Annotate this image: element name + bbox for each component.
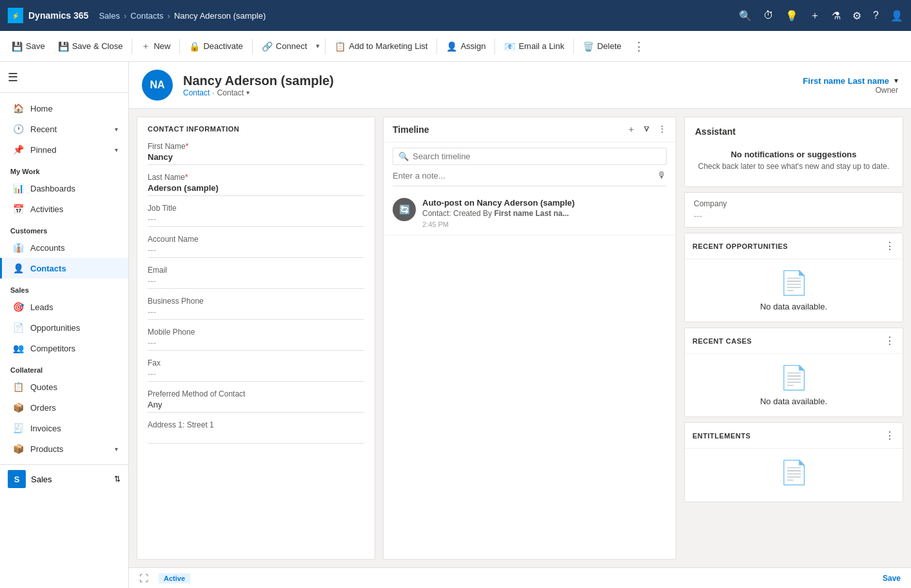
home-icon: 🏠 xyxy=(12,103,24,113)
sidebar-item-quotes[interactable]: 📋 Quotes xyxy=(0,377,128,397)
recent-opportunities-more-icon[interactable]: ⋮ xyxy=(885,240,895,252)
statusbar-save-button[interactable]: Save xyxy=(883,574,901,583)
sidebar-item-invoices[interactable]: 🧾 Invoices xyxy=(0,418,128,438)
breadcrumb-sales[interactable]: Sales xyxy=(99,11,120,21)
breadcrumb-contacts[interactable]: Contacts xyxy=(130,11,163,21)
add-icon[interactable]: ＋ xyxy=(810,9,820,23)
sidebar-item-home[interactable]: 🏠 Home xyxy=(0,98,128,119)
content-area: NA Nancy Aderson (sample) Contact · Cont… xyxy=(129,62,911,588)
timeline-filter-icon[interactable]: ⛛ xyxy=(642,124,651,135)
more-commands-button[interactable]: ⋮ xyxy=(631,35,647,57)
sidebar-bottom-item[interactable]: S Sales ⇅ xyxy=(0,464,128,493)
save-close-button[interactable]: 💾 Save & Close xyxy=(52,37,130,55)
sidebar-item-leads[interactable]: 🎯 Leads xyxy=(0,297,128,317)
sidebar: ☰ 🏠 Home 🕐 Recent ▾ 📌 Pinned ▾ My Work 📊… xyxy=(0,62,129,588)
mobilephone-value[interactable]: --- xyxy=(148,338,364,351)
field-preferred-contact: Preferred Method of Contact Any xyxy=(137,386,375,416)
no-data-icon-entitlements: 📄 xyxy=(695,459,892,486)
leads-icon: 🎯 xyxy=(12,302,24,312)
timeline-search-input[interactable] xyxy=(413,152,661,161)
email-value[interactable]: --- xyxy=(148,276,364,289)
sales-area-label: Sales xyxy=(31,475,52,484)
new-button[interactable]: ＋ New xyxy=(135,37,177,56)
contacts-icon: 👤 xyxy=(12,263,24,273)
invoices-icon: 🧾 xyxy=(12,423,24,433)
hamburger-icon[interactable]: ☰ xyxy=(8,70,18,84)
firstname-value[interactable]: Nancy xyxy=(148,152,364,165)
add-marketing-button[interactable]: 📋 Add to Marketing List xyxy=(328,37,434,55)
sidebar-item-contacts[interactable]: 👤 Contacts xyxy=(0,258,128,279)
sidebar-item-orders[interactable]: 📦 Orders xyxy=(0,397,128,418)
sidebar-item-accounts[interactable]: 👔 Accounts xyxy=(0,237,128,258)
company-label: Company xyxy=(694,199,894,208)
search-icon[interactable]: 🔍 xyxy=(739,10,752,22)
deactivate-button[interactable]: 🔒 Deactivate xyxy=(182,37,249,55)
microphone-icon[interactable]: 🎙 xyxy=(658,170,667,181)
field-accountname: Account Name --- xyxy=(137,231,375,262)
businessphone-value[interactable]: --- xyxy=(148,307,364,320)
save-button[interactable]: 💾 Save xyxy=(5,37,52,55)
bulb-icon[interactable]: 💡 xyxy=(785,10,798,22)
note-input[interactable] xyxy=(393,171,658,181)
opportunities-icon: 📄 xyxy=(12,322,24,333)
jobtitle-label: Job Title xyxy=(148,204,364,213)
settings-icon[interactable]: ⏱ xyxy=(763,10,774,21)
jobtitle-value[interactable]: --- xyxy=(148,214,364,227)
sales-area-icon: S xyxy=(8,470,26,488)
recent-opportunities-panel: RECENT OPPORTUNITIES ⋮ 📄 No data availab… xyxy=(684,233,903,322)
preferred-contact-value[interactable]: Any xyxy=(148,400,364,413)
timeline-add-icon[interactable]: ＋ xyxy=(627,124,636,135)
sidebar-item-products[interactable]: 📦 Products ▾ xyxy=(0,438,128,459)
connect-chevron-button[interactable]: ▾ xyxy=(313,38,322,54)
sales-area-chevron-icon: ⇅ xyxy=(114,475,121,484)
accountname-value[interactable]: --- xyxy=(148,245,364,258)
sidebar-item-activities[interactable]: 📅 Activities xyxy=(0,199,128,219)
delete-icon: 🗑️ xyxy=(583,41,594,52)
recent-cases-panel: RECENT CASES ⋮ 📄 No data available. xyxy=(684,328,903,417)
sidebar-item-opportunities[interactable]: 📄 Opportunities xyxy=(0,317,128,338)
recent-cases-header: RECENT CASES ⋮ xyxy=(685,328,903,354)
lastname-value[interactable]: Aderson (sample) xyxy=(148,183,364,196)
separator-2 xyxy=(179,39,180,54)
field-mobilephone: Mobile Phone --- xyxy=(137,324,375,355)
record-subtype-label[interactable]: Contact xyxy=(217,88,244,97)
section-sales: Sales xyxy=(0,279,128,297)
type-chevron-icon[interactable]: ▾ xyxy=(246,89,250,96)
record-type-label[interactable]: Contact xyxy=(183,88,210,97)
no-data-text-opportunities: No data available. xyxy=(695,302,892,311)
delete-button[interactable]: 🗑️ Delete xyxy=(576,37,628,55)
filter-icon[interactable]: ⚗ xyxy=(832,10,841,22)
email-link-button[interactable]: 📧 Email a Link xyxy=(498,37,571,55)
timeline-panel: Timeline ＋ ⛛ ⋮ 🔍 🎙 🔄 xyxy=(383,117,676,560)
section-customers: Customers xyxy=(0,219,128,237)
timeline-search-icon: 🔍 xyxy=(398,152,409,161)
right-column: Assistant No notifications or suggestion… xyxy=(684,117,903,560)
sidebar-nav: 🏠 Home 🕐 Recent ▾ 📌 Pinned ▾ My Work 📊 D… xyxy=(0,93,128,464)
three-column-area: CONTACT INFORMATION First Name* Nancy La… xyxy=(129,109,911,567)
sidebar-item-pinned[interactable]: 📌 Pinned ▾ xyxy=(0,139,128,160)
entitlements-more-icon[interactable]: ⋮ xyxy=(885,429,895,442)
user-icon[interactable]: 👤 xyxy=(890,10,903,22)
sidebar-toggle[interactable]: ☰ xyxy=(0,62,128,93)
sidebar-item-recent[interactable]: 🕐 Recent ▾ xyxy=(0,119,128,139)
products-chevron-icon: ▾ xyxy=(115,446,118,453)
command-bar: 💾 Save 💾 Save & Close ＋ New 🔒 Deactivate… xyxy=(0,31,911,62)
owner-name[interactable]: First name Last name xyxy=(803,76,889,86)
firstname-label: First Name* xyxy=(148,142,364,151)
record-header: NA Nancy Aderson (sample) Contact · Cont… xyxy=(129,62,911,109)
assistant-empty-subtitle: Check back later to see what's new and s… xyxy=(695,162,892,171)
assign-button[interactable]: 👤 Assign xyxy=(440,37,492,55)
gear-icon[interactable]: ⚙ xyxy=(852,10,861,22)
expand-icon[interactable]: ⛶ xyxy=(139,573,148,583)
sidebar-item-competitors[interactable]: 👥 Competitors xyxy=(0,338,128,358)
connect-button[interactable]: 🔗 Connect xyxy=(255,37,313,55)
assistant-empty: No notifications or suggestions Check ba… xyxy=(695,143,892,177)
fax-value[interactable]: --- xyxy=(148,369,364,382)
help-icon[interactable]: ? xyxy=(873,10,879,21)
timeline-more-icon[interactable]: ⋮ xyxy=(658,124,667,135)
sidebar-item-dashboards[interactable]: 📊 Dashboards xyxy=(0,178,128,199)
address-street1-value[interactable] xyxy=(148,431,364,444)
recent-cases-more-icon[interactable]: ⋮ xyxy=(885,335,895,347)
owner-chevron-icon[interactable]: ▾ xyxy=(894,76,898,85)
brand-logo[interactable]: ⚡ Dynamics 365 xyxy=(8,8,88,23)
